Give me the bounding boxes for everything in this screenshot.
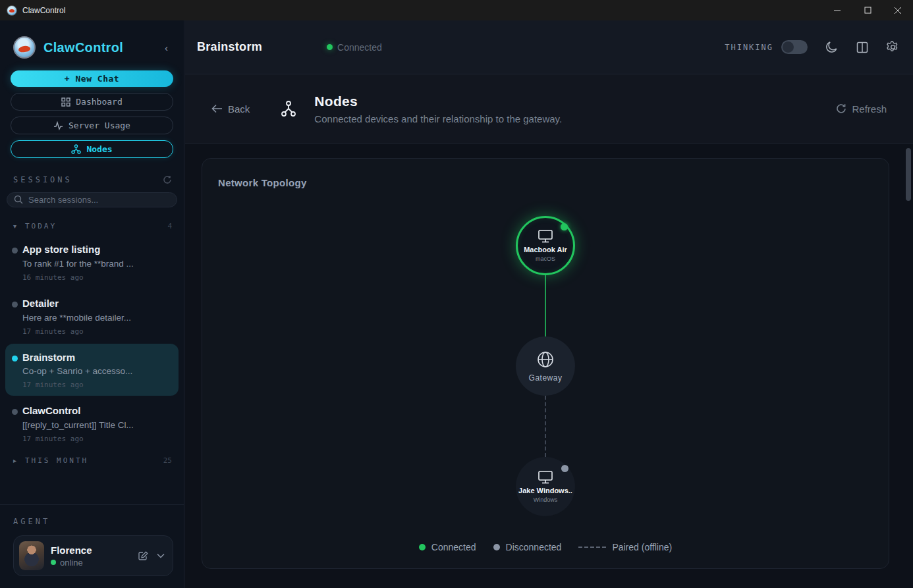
sessions-refresh-icon[interactable] [163,175,172,184]
session-status-dot [12,248,18,254]
close-button[interactable] [883,0,913,20]
sidebar: ClawControl ‹ + New Chat Dashboard Serve… [0,20,184,588]
gray-dot-icon [493,544,500,550]
macbook-status-dot [561,223,568,230]
jake-status-dot [561,465,568,472]
agent-card[interactable]: Florence online [13,535,173,576]
main-header: Brainstorm Connected THINKING [185,20,913,74]
monitor-icon [538,470,553,485]
page-description: Connected devices and their relationship… [314,113,562,124]
sessions-heading: SESSIONS [13,175,72,184]
arrow-left-icon [211,104,223,113]
agent-heading: AGENT [13,517,173,526]
agent-status-text: online [60,558,83,568]
agent-chevron-down-icon[interactable] [157,553,165,558]
activity-icon [53,121,63,130]
thinking-toggle[interactable] [781,40,808,54]
link-macbook-gateway [545,275,546,336]
clawcontrol-logo [13,36,36,59]
session-status-dot [12,302,18,307]
refresh-button[interactable]: Refresh [836,103,887,115]
back-button[interactable]: Back [211,103,250,115]
dashed-line-icon [578,547,606,548]
online-dot [51,560,56,565]
settings-gear-icon[interactable] [886,40,900,54]
window-titlebar: ClawControl [0,0,913,20]
sidebar-item-server-usage[interactable]: Server Usage [11,117,173,134]
legend-disconnected: Disconnected [493,542,562,552]
theme-moon-icon[interactable] [825,40,839,54]
legend-paired-offline: Paired (offline) [578,542,672,552]
vertical-scrollbar[interactable] [906,148,911,201]
toggle-knob [783,41,794,53]
group-count: 4 [167,222,172,230]
session-item-detailer[interactable]: Detailer Here are **mobile detailer... 1… [5,290,179,342]
session-group-today[interactable]: ▾ TODAY 4 [5,217,179,234]
nodes-icon [71,144,81,154]
chevron-down-icon: ▾ [13,223,20,230]
connected-dot [327,44,333,50]
sidebar-item-label: Nodes [86,144,112,154]
app-title: ClawControl [43,40,123,55]
refresh-icon [836,103,846,114]
panel-layout-icon[interactable] [856,41,869,54]
sidebar-item-dashboard[interactable]: Dashboard [11,93,173,111]
topology-legend: Connected Disconnected Paired (offline) [202,542,889,552]
window-title: ClawControl [22,6,65,15]
chevron-right-icon: ▸ [13,457,20,464]
content-area: Network Topology Macbook Air macOS Gatew… [185,144,913,588]
link-gateway-jake [545,396,546,457]
group-count: 25 [163,456,172,465]
sidebar-collapse-icon[interactable]: ‹ [159,40,173,56]
sessions-list: ▾ TODAY 4 App store listing To rank #1 f… [0,214,184,504]
sidebar-item-label: Server Usage [69,120,130,130]
monitor-icon [538,229,553,244]
page-title: Nodes [314,94,562,109]
session-item-brainstorm[interactable]: Brainstorm Co-op + Sanrio + accesso... 1… [5,344,179,396]
green-dot-icon [419,544,426,550]
node-gateway[interactable]: Gateway [516,336,575,396]
edit-agent-icon[interactable] [138,550,149,562]
agent-avatar [19,541,44,570]
minimize-button[interactable] [822,0,852,20]
thinking-label: THINKING [725,43,773,52]
grid-icon [61,97,70,107]
card-title: Network Topology [218,177,307,188]
search-icon [14,195,23,207]
network-topology-card: Network Topology Macbook Air macOS Gatew… [202,158,889,569]
legend-connected: Connected [419,542,476,552]
globe-icon [536,350,555,369]
maximize-button[interactable] [852,0,883,20]
session-status-dot [12,409,18,415]
nodes-subheader: Back Nodes Connected devices and their r… [185,74,913,144]
app-crab-icon [7,5,17,16]
search-sessions-input[interactable] [7,192,177,207]
connection-status: Connected [327,42,382,53]
session-status-dot [12,356,18,361]
new-chat-button[interactable]: + New Chat [11,70,173,87]
session-item-app-store-listing[interactable]: App store listing To rank #1 for the **b… [5,236,179,288]
nodes-page-icon [280,99,297,118]
chat-title: Brainstorm [197,40,262,54]
sidebar-item-label: Dashboard [76,97,122,107]
session-group-this-month[interactable]: ▸ THIS MONTH 25 [5,451,179,469]
session-item-clawcontrol[interactable]: ClawControl [[reply_to_current]] Title C… [5,397,179,450]
sidebar-item-nodes[interactable]: Nodes [11,140,173,158]
agent-name: Florence [51,545,92,556]
